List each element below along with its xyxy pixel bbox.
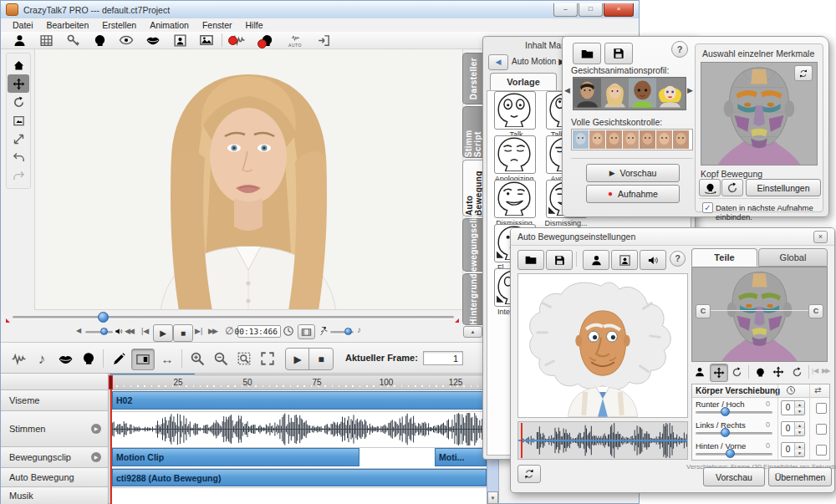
- main-titlebar[interactable]: CrazyTalk7 PRO --- default.ct7Project – …: [1, 1, 639, 19]
- motion-settings-close-button[interactable]: ×: [813, 231, 828, 243]
- key-editor-button[interactable]: [61, 33, 84, 48]
- template-thumb-apologizing[interactable]: [494, 135, 536, 174]
- preview-button[interactable]: ▶ Vorschau: [586, 164, 680, 182]
- close-button[interactable]: ×: [604, 3, 634, 17]
- ms-waveform-strip[interactable]: [517, 421, 688, 460]
- stimmen-expander-icon[interactable]: ▶: [91, 424, 101, 434]
- profile-scroll-right[interactable]: ▶: [687, 87, 693, 94]
- rotate-left-button[interactable]: C: [696, 304, 711, 318]
- home-view-button[interactable]: [8, 56, 29, 74]
- maximize-button[interactable]: □: [579, 3, 603, 17]
- check-runter-hoch[interactable]: [816, 403, 827, 414]
- open-profile-button[interactable]: [573, 43, 601, 64]
- voice-wave-track-button[interactable]: [8, 349, 29, 369]
- profile-thumb-man[interactable]: [573, 78, 601, 108]
- slider-runter-hoch[interactable]: [696, 411, 772, 414]
- add-head-button[interactable]: [78, 349, 99, 369]
- full-control-strip[interactable]: [571, 129, 693, 150]
- check-hinten-vorne[interactable]: [816, 445, 827, 456]
- rotate-tool-button[interactable]: [8, 93, 29, 111]
- clip-viseme[interactable]: H02: [112, 391, 487, 410]
- skip-back-button[interactable]: |◀: [812, 368, 818, 374]
- current-frame-input[interactable]: 1: [423, 351, 463, 365]
- mouth-button[interactable]: [141, 33, 165, 48]
- record-voice-button[interactable]: [227, 33, 250, 48]
- template-thumb-dismissing[interactable]: [494, 180, 536, 218]
- ms-refresh-button[interactable]: [517, 465, 541, 483]
- stage[interactable]: [34, 48, 463, 310]
- play-button[interactable]: ▶: [153, 324, 173, 342]
- auto-motion-button[interactable]: AUTO: [283, 32, 307, 48]
- prev-frame-button[interactable]: |◀: [141, 328, 149, 335]
- reset-view-button[interactable]: [794, 65, 813, 81]
- body-select-button[interactable]: [691, 364, 708, 380]
- head-turn-button[interactable]: [721, 179, 743, 196]
- record-face-button[interactable]: [255, 33, 278, 48]
- tab-auto-bewegung[interactable]: Auto Bewegung: [462, 160, 485, 216]
- ms-portrait-button[interactable]: [611, 250, 638, 270]
- lips-track-button[interactable]: [54, 349, 76, 369]
- template-thumb-talk[interactable]: [494, 91, 536, 130]
- seek-track[interactable]: [13, 316, 454, 318]
- undo-button[interactable]: [8, 148, 29, 166]
- track-label-viseme[interactable]: Viseme: [1, 390, 109, 411]
- timeline-play-button[interactable]: ▶: [285, 348, 310, 370]
- body-move-button[interactable]: [710, 364, 728, 382]
- zoom-in-button[interactable]: [186, 349, 208, 369]
- profile-thumb-toon-girl[interactable]: [656, 78, 684, 108]
- ms-preview-box[interactable]: [517, 273, 688, 418]
- edit-clip-button[interactable]: [108, 349, 130, 369]
- ms-save-button[interactable]: [546, 250, 573, 270]
- timeline-stop-button[interactable]: ■: [308, 348, 334, 370]
- frame-view-button[interactable]: [298, 324, 315, 339]
- export-button[interactable]: [312, 33, 335, 48]
- zoom-selection-button[interactable]: [233, 349, 255, 369]
- track-label-auto-bewegung[interactable]: Auto Bewegung: [1, 468, 109, 487]
- menu-datei[interactable]: Datei: [6, 18, 40, 32]
- include-data-checkbox[interactable]: ✓: [702, 202, 713, 213]
- ms-open-button[interactable]: [517, 250, 544, 270]
- motion-speed-thumb[interactable]: [344, 328, 352, 335]
- bewegungsclip-expander-icon[interactable]: ▶: [91, 452, 101, 462]
- slider-runter-hoch-thumb[interactable]: [721, 407, 730, 416]
- check-links-rechts[interactable]: [816, 424, 827, 435]
- fast-forward-button[interactable]: ▶▶: [208, 328, 217, 335]
- rewind-button[interactable]: ◀◀: [125, 328, 133, 335]
- next-frame-button[interactable]: ▶|: [195, 328, 202, 335]
- settings-button[interactable]: Einstellungen: [746, 179, 821, 196]
- menu-hilfe[interactable]: Hilfe: [238, 18, 269, 32]
- clip-motion-2[interactable]: Moti...: [435, 448, 487, 466]
- musik-lane[interactable]: [110, 487, 487, 504]
- slider-hinten-vorne-thumb[interactable]: [726, 449, 735, 458]
- face-profile-button[interactable]: [168, 33, 191, 48]
- spin-up[interactable]: ▲: [795, 401, 804, 408]
- background-button[interactable]: [195, 33, 218, 48]
- timeline-ruler[interactable]: 25 50 75 100 125: [110, 374, 487, 390]
- menu-bearbeiten[interactable]: Bearbeiten: [40, 18, 96, 32]
- clip-motion-1[interactable]: Motion Clip: [112, 448, 359, 466]
- profile-scroll-left[interactable]: ◀: [564, 87, 570, 94]
- loop-off-button[interactable]: ∅: [225, 326, 233, 336]
- tab-darsteller[interactable]: Darsteller: [462, 53, 483, 104]
- zoom-tool-button[interactable]: [8, 130, 29, 148]
- playhead-line[interactable]: [110, 389, 112, 504]
- volume-thumb[interactable]: [100, 328, 108, 335]
- ms-preview-button[interactable]: Vorschau: [703, 467, 765, 486]
- slider-links-rechts[interactable]: [696, 432, 772, 435]
- track-label-musik[interactable]: Musik: [1, 487, 109, 504]
- ms-audio-button[interactable]: [640, 250, 666, 270]
- fit-all-button[interactable]: [257, 349, 278, 369]
- seek-thumb[interactable]: [98, 312, 109, 323]
- tab-teile[interactable]: Teile: [691, 248, 757, 267]
- help-button[interactable]: ?: [671, 41, 688, 58]
- tab-hintergrund[interactable]: Hintergrund: [462, 273, 483, 325]
- fit-width-button[interactable]: ↔: [156, 349, 178, 369]
- save-profile-button[interactable]: [604, 43, 633, 64]
- rotate-right-button[interactable]: C: [808, 304, 823, 318]
- head-move-button[interactable]: [770, 364, 787, 380]
- menu-animation[interactable]: Animation: [143, 18, 196, 32]
- tab-scroll-up-button[interactable]: ▲: [463, 326, 482, 338]
- redo-button[interactable]: [8, 166, 29, 185]
- spin-runter-hoch[interactable]: 0 ▲▼: [781, 400, 805, 415]
- volume-track[interactable]: [85, 331, 113, 333]
